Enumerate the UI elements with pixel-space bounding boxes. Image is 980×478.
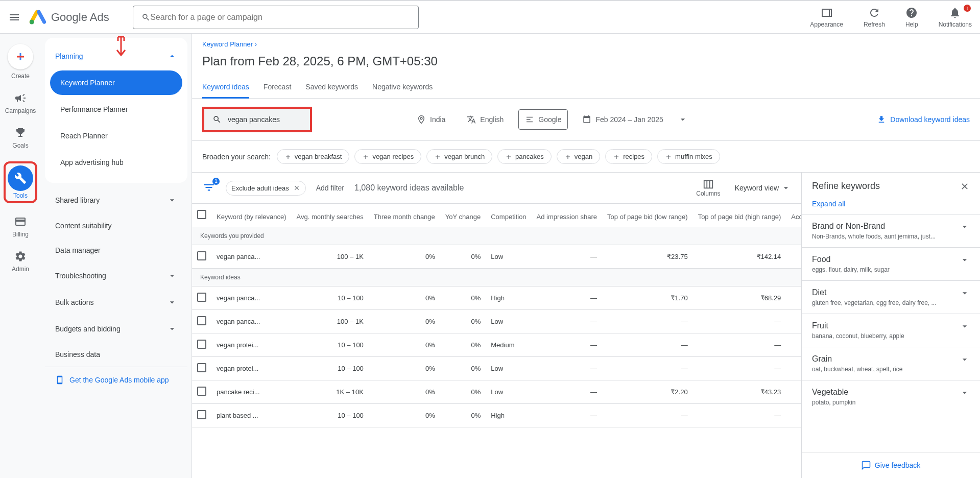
mobile-app-link[interactable]: Get the Google Ads mobile app [45, 367, 187, 393]
col-account-status[interactable]: Account status [786, 204, 801, 227]
refine-group-title: Grain [812, 354, 902, 364]
date-range-filter[interactable]: Feb 2024 – Jan 2025 [576, 109, 694, 130]
columns-button[interactable]: Columns [696, 179, 720, 197]
row-checkbox[interactable] [197, 251, 206, 260]
refine-group[interactable]: Brand or Non-BrandNon-Brands, whole food… [802, 214, 980, 247]
cell-high: ₹43.23 [693, 380, 786, 404]
cell-yoy: 0% [440, 380, 486, 404]
notifications-button[interactable]: ! Notifications [939, 7, 972, 28]
search-input[interactable] [150, 13, 410, 22]
broaden-chip[interactable]: vegan [557, 149, 600, 164]
refine-group[interactable]: Foodeggs, flour, dairy, milk, sugar [802, 247, 980, 280]
close-panel-icon[interactable] [960, 181, 970, 192]
menu-icon[interactable] [8, 11, 20, 23]
row-checkbox[interactable] [197, 340, 206, 349]
refine-group-title: Food [812, 255, 890, 264]
col-three-month[interactable]: Three month change [369, 204, 440, 227]
planning-header[interactable]: Planning [45, 44, 187, 68]
refine-group[interactable]: Dietgluten free, vegetarian, egg free, d… [802, 280, 980, 314]
search-box[interactable] [133, 6, 419, 29]
location-filter[interactable]: India [410, 109, 452, 130]
logo[interactable]: Google Ads [29, 8, 109, 27]
row-checkbox[interactable] [197, 410, 206, 419]
col-bid-low[interactable]: Top of page bid (low range) [602, 204, 693, 227]
cell-keyword[interactable]: plant based ... [211, 404, 292, 427]
col-bid-high[interactable]: Top of page bid (high range) [693, 204, 786, 227]
broaden-chip[interactable]: vegan breakfast [277, 149, 350, 164]
expand-all-link[interactable]: Expand all [812, 200, 845, 208]
cell-keyword[interactable]: vegan panca... [211, 286, 292, 310]
col-yoy[interactable]: YoY change [440, 204, 486, 227]
exclude-adult-chip[interactable]: Exclude adult ideas [226, 181, 306, 196]
plus-icon [434, 153, 441, 160]
col-ad-impression[interactable]: Ad impression share [532, 204, 603, 227]
tab-keyword-ideas[interactable]: Keyword ideas [202, 77, 249, 99]
tools-nav[interactable]: Tools [8, 165, 33, 199]
admin-nav[interactable]: Admin [12, 250, 29, 273]
shared-library-nav[interactable]: Shared library [45, 187, 187, 213]
create-button[interactable]: Create [8, 44, 33, 80]
col-avg-monthly[interactable]: Avg. monthly searches [292, 204, 369, 227]
cell-status [786, 286, 801, 310]
cell-keyword[interactable]: vegan protei... [211, 357, 292, 380]
bulk-actions-nav[interactable]: Bulk actions [45, 289, 187, 316]
refine-title: Refine keywords [812, 181, 880, 192]
tools-highlight-box: Tools [4, 161, 37, 203]
help-button[interactable]: Help [905, 7, 918, 28]
cell-keyword[interactable]: vegan panca... [211, 310, 292, 333]
tab-forecast[interactable]: Forecast [264, 77, 291, 98]
refine-group[interactable]: Grainoat, buckwheat, wheat, spelt, rice [802, 347, 980, 380]
refine-group[interactable]: Vegetablepotato, pumpkin [802, 380, 980, 413]
tab-saved-keywords[interactable]: Saved keywords [305, 77, 358, 98]
broaden-chip[interactable]: pancakes [497, 149, 552, 164]
content-suitability-nav[interactable]: Content suitability [45, 213, 187, 238]
table-row: plant based ...10 – 1000%0%High——— [192, 404, 801, 427]
data-manager-nav[interactable]: Data manager [45, 238, 187, 262]
page-title: Plan from Feb 28, 2025, 6 PM, GMT+05:30 [192, 50, 980, 77]
broaden-chip[interactable]: muffin mixes [657, 149, 720, 164]
cell-keyword[interactable]: vegan protei... [211, 333, 292, 357]
download-button[interactable]: Download keyword ideas [877, 115, 970, 124]
select-all-checkbox[interactable] [197, 210, 206, 219]
cell-status [786, 310, 801, 333]
row-checkbox[interactable] [197, 293, 206, 302]
broaden-chip[interactable]: vegan recipes [354, 149, 421, 164]
view-select[interactable]: Keyword view [735, 183, 791, 193]
feedback-button[interactable]: Give feedback [802, 452, 980, 478]
tab-negative-keywords[interactable]: Negative keywords [372, 77, 433, 98]
business-data-nav[interactable]: Business data [45, 342, 187, 367]
col-keyword[interactable]: Keyword (by relevance) [211, 204, 292, 227]
campaigns-nav[interactable]: Campaigns [5, 92, 36, 114]
broaden-chip[interactable]: recipes [605, 149, 652, 164]
cell-keyword[interactable]: vegan panca... [211, 245, 292, 269]
close-icon[interactable] [293, 184, 300, 192]
row-checkbox[interactable] [197, 363, 206, 372]
refresh-button[interactable]: Refresh [864, 7, 885, 28]
cell-status [786, 357, 801, 380]
appearance-button[interactable]: Appearance [810, 7, 843, 28]
budgets-bidding-nav[interactable]: Budgets and bidding [45, 316, 187, 342]
row-checkbox[interactable] [197, 387, 206, 396]
cell-imp: — [532, 380, 603, 404]
refine-group[interactable]: Fruitbanana, coconut, blueberry, apple [802, 314, 980, 347]
app-hub-nav[interactable]: App advertising hub [50, 150, 182, 175]
broaden-chip[interactable]: vegan brunch [426, 149, 492, 164]
goals-nav[interactable]: Goals [12, 127, 28, 149]
performance-planner-nav[interactable]: Performance Planner [50, 97, 182, 122]
billing-nav[interactable]: Billing [12, 216, 29, 238]
network-filter[interactable]: Google [518, 109, 568, 130]
cell-tm: 0% [369, 286, 440, 310]
filter-funnel-button[interactable]: 1 [202, 181, 216, 196]
col-competition[interactable]: Competition [486, 204, 531, 227]
troubleshooting-nav[interactable]: Troubleshooting [45, 262, 187, 289]
keyword-search-box[interactable]: vegan pancakes [202, 107, 312, 132]
keyword-planner-nav[interactable]: Keyword Planner [50, 70, 182, 95]
section-label: Keyword ideas [192, 269, 801, 286]
add-filter-button[interactable]: Add filter [316, 184, 344, 192]
breadcrumb-link[interactable]: Keyword Planner › [202, 40, 257, 48]
row-checkbox[interactable] [197, 316, 206, 325]
cell-comp: Low [486, 380, 531, 404]
language-filter[interactable]: English [460, 109, 510, 130]
reach-planner-nav[interactable]: Reach Planner [50, 124, 182, 148]
cell-keyword[interactable]: pancake reci... [211, 380, 292, 404]
